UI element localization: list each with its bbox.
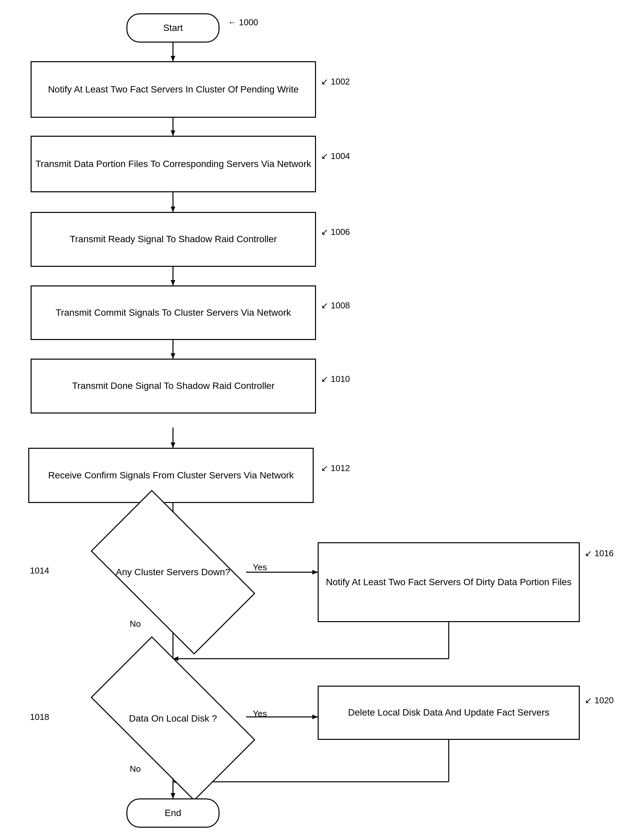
svg-marker-7 <box>170 280 175 286</box>
ref-1002: ↙ 1002 <box>321 76 350 87</box>
node-1010: Transmit Done Signal To Shadow Raid Cont… <box>31 358 316 414</box>
ref-1008: ↙ 1008 <box>321 300 350 311</box>
ref-1012: ↙ 1012 <box>321 463 350 474</box>
ref-1006: ↙ 1006 <box>321 227 350 237</box>
node-1006-label: Transmit Ready Signal To Shadow Raid Con… <box>70 233 277 245</box>
ref-1018: 1018 <box>30 712 49 722</box>
node-1010-label: Transmit Done Signal To Shadow Raid Cont… <box>72 380 275 392</box>
svg-marker-15 <box>312 570 318 575</box>
node-1008: Transmit Commit Signals To Cluster Serve… <box>31 286 316 340</box>
yes-label-1014: Yes <box>253 562 267 573</box>
svg-marker-11 <box>170 442 175 448</box>
node-1016-label: Notify At Least Two Fact Servers Of Dirt… <box>326 576 572 588</box>
start-node: Start <box>126 13 219 43</box>
svg-marker-1 <box>170 56 175 61</box>
ref-1004: ↙ 1004 <box>321 151 350 161</box>
no-label-1014: No <box>130 619 141 629</box>
node-1012-label: Receive Confirm Signals From Cluster Ser… <box>48 469 294 482</box>
start-label: Start <box>163 22 183 34</box>
no-label-1018: No <box>130 764 141 774</box>
diamond-1018: Data On Local Disk ? <box>100 675 246 762</box>
node-1004: Transmit Data Portion Files To Correspon… <box>31 136 316 192</box>
node-1012: Receive Confirm Signals From Cluster Ser… <box>28 448 314 503</box>
diagram-container: Start ← 1000 Notify At Least Two Fact Se… <box>0 0 634 840</box>
node-1004-label: Transmit Data Portion Files To Correspon… <box>36 158 311 170</box>
diamond-1014: Any Cluster Servers Down? <box>100 529 246 616</box>
node-1020-label: Delete Local Disk Data And Update Fact S… <box>348 707 549 718</box>
end-node: End <box>126 798 219 828</box>
svg-marker-9 <box>170 353 175 358</box>
node-1002: Notify At Least Two Fact Servers In Clus… <box>31 61 316 118</box>
svg-marker-29 <box>170 793 175 798</box>
node-1006: Transmit Ready Signal To Shadow Raid Con… <box>31 212 316 267</box>
ref-1016: ↙ 1016 <box>585 548 614 559</box>
ref-1014: 1014 <box>30 565 49 576</box>
node-1008-label: Transmit Commit Signals To Cluster Serve… <box>55 307 291 319</box>
node-1016: Notify At Least Two Fact Servers Of Dirt… <box>318 542 580 622</box>
end-label: End <box>165 807 181 819</box>
node-1002-label: Notify At Least Two Fact Servers In Clus… <box>48 84 299 95</box>
ref-1010: ↙ 1010 <box>321 374 350 384</box>
node-1020: Delete Local Disk Data And Update Fact S… <box>318 686 580 740</box>
ref-1000: ← 1000 <box>228 17 258 28</box>
svg-marker-23 <box>312 715 318 719</box>
svg-marker-3 <box>170 130 175 136</box>
svg-marker-5 <box>170 207 175 212</box>
yes-label-1018: Yes <box>253 709 267 719</box>
ref-1020: ↙ 1020 <box>585 695 614 706</box>
